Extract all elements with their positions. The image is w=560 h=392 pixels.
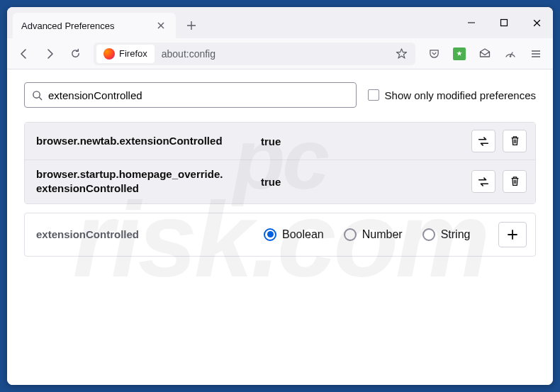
titlebar: Advanced Preferences xyxy=(7,7,553,38)
menu-icon[interactable] xyxy=(525,43,547,65)
show-modified-checkbox[interactable]: Show only modified preferences xyxy=(368,89,536,101)
pref-list: browser.newtab.extensionControlled true … xyxy=(24,122,536,204)
tab-title: Advanced Preferences xyxy=(21,21,115,31)
extension-icon[interactable] xyxy=(448,43,471,65)
trash-icon xyxy=(510,135,520,147)
pref-name: browser.newtab.extensionControlled xyxy=(36,134,252,148)
delete-button[interactable] xyxy=(503,170,527,193)
checkbox-icon xyxy=(368,89,379,101)
nav-toolbar: Firefox about:config xyxy=(7,38,553,69)
toggle-button[interactable] xyxy=(471,170,495,193)
close-icon[interactable] xyxy=(155,19,167,32)
firefox-icon xyxy=(103,48,115,60)
add-button[interactable] xyxy=(498,222,527,247)
toggle-button[interactable] xyxy=(471,130,495,152)
window-controls xyxy=(455,7,553,38)
type-radio-group: Boolean Number String xyxy=(264,228,470,241)
minimize-button[interactable] xyxy=(455,7,488,38)
dashboard-icon[interactable] xyxy=(499,43,522,65)
svg-point-2 xyxy=(33,91,40,97)
pref-actions xyxy=(471,130,527,152)
identity-box[interactable]: Firefox xyxy=(96,45,155,63)
search-input[interactable] xyxy=(48,89,349,101)
pref-value: true xyxy=(261,176,463,188)
new-tab-button[interactable] xyxy=(180,14,203,37)
search-row: Show only modified preferences xyxy=(7,69,553,118)
pref-actions xyxy=(471,170,527,193)
bookmark-star-icon[interactable] xyxy=(390,43,413,65)
search-icon xyxy=(32,90,43,101)
identity-label: Firefox xyxy=(119,48,147,59)
url-text: about:config xyxy=(162,48,215,60)
browser-window: Advanced Preferences xyxy=(7,7,553,385)
radio-label: Boolean xyxy=(282,228,324,241)
radio-icon xyxy=(264,228,276,241)
radio-string[interactable]: String xyxy=(422,228,471,241)
pref-value: true xyxy=(261,135,463,147)
svg-point-1 xyxy=(510,55,512,57)
maximize-button[interactable] xyxy=(488,7,520,38)
radio-boolean[interactable]: Boolean xyxy=(264,228,324,241)
forward-button[interactable] xyxy=(38,43,61,65)
toggle-icon xyxy=(477,177,490,187)
pocket-icon[interactable] xyxy=(422,43,445,65)
tab-advanced-preferences[interactable]: Advanced Preferences xyxy=(13,13,176,38)
pref-name: browser.startup.homepage_override.extens… xyxy=(36,167,252,196)
plus-icon xyxy=(507,229,518,240)
pref-row[interactable]: browser.newtab.extensionControlled true xyxy=(25,123,535,159)
reload-button[interactable] xyxy=(64,43,86,65)
radio-label: String xyxy=(441,228,471,241)
back-button[interactable] xyxy=(13,43,35,65)
mail-icon[interactable] xyxy=(474,43,496,65)
radio-number[interactable]: Number xyxy=(344,228,403,241)
delete-button[interactable] xyxy=(503,130,527,152)
close-button[interactable] xyxy=(520,7,553,38)
radio-icon xyxy=(422,228,435,241)
radio-icon xyxy=(344,228,357,241)
checkbox-label: Show only modified preferences xyxy=(385,89,536,101)
toggle-icon xyxy=(477,136,490,147)
trash-icon xyxy=(510,176,520,187)
svg-rect-0 xyxy=(501,20,508,26)
create-pref-name: extensionControlled xyxy=(36,228,252,240)
url-bar[interactable]: Firefox about:config xyxy=(94,43,415,65)
radio-label: Number xyxy=(362,228,403,241)
pref-row[interactable]: browser.startup.homepage_override.extens… xyxy=(25,159,535,203)
create-pref-row: extensionControlled Boolean Number Strin… xyxy=(24,213,536,257)
search-box[interactable] xyxy=(24,82,357,108)
content-area: Show only modified preferences browser.n… xyxy=(7,69,553,385)
